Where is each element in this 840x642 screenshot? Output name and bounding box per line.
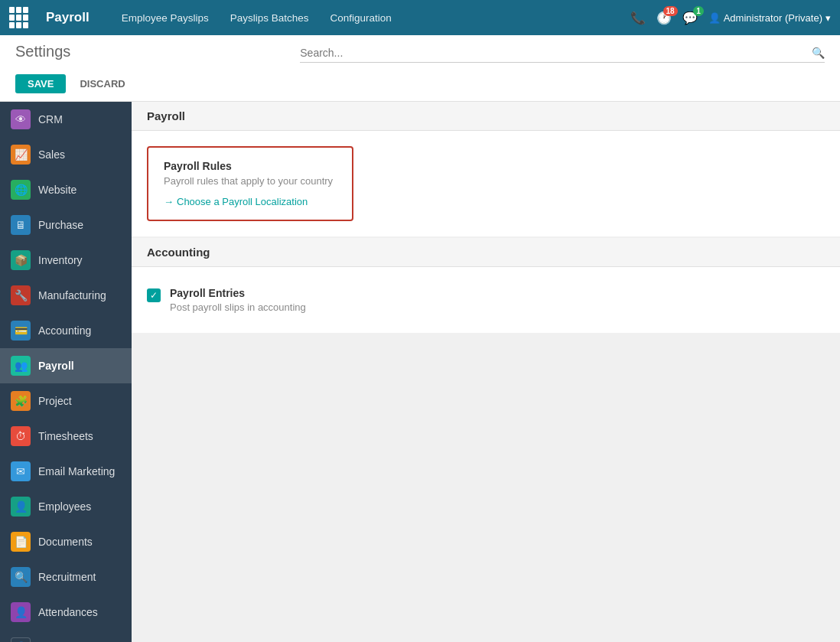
sidebar-item-attendances[interactable]: 👤 Attendances bbox=[0, 595, 132, 630]
crm-icon: 👁 bbox=[11, 109, 31, 129]
expenses-icon: 👤 bbox=[11, 637, 31, 642]
payroll-entries-row: ✓ Payroll Entries Post payroll slips in … bbox=[147, 282, 825, 318]
sidebar-item-label: Email Marketing bbox=[38, 465, 115, 477]
choose-localization-label: Choose a Payroll Localization bbox=[177, 196, 308, 207]
payroll-rules-title: Payroll Rules bbox=[164, 160, 337, 172]
employees-icon: 👤 bbox=[11, 497, 31, 517]
sidebar-item-label: Timesheets bbox=[38, 430, 93, 442]
user-dropdown-icon: ▾ bbox=[825, 12, 831, 24]
top-navigation: Payroll Employee Payslips Payslips Batch… bbox=[0, 0, 840, 35]
messages-icon[interactable]: 💬 1 bbox=[682, 11, 698, 25]
sidebar-item-label: Employees bbox=[38, 500, 91, 513]
sidebar-item-crm[interactable]: 👁 CRM bbox=[0, 102, 132, 137]
sidebar-item-label: Recruitment bbox=[38, 571, 96, 583]
payroll-entries-desc: Post payroll slips in accounting bbox=[170, 301, 306, 313]
sidebar-item-purchase[interactable]: 🖥 Purchase bbox=[0, 207, 132, 243]
discard-button[interactable]: DISCARD bbox=[72, 74, 132, 93]
timesheets-icon: ⏱ bbox=[11, 426, 31, 446]
accounting-section: Accounting ✓ Payroll Entries Post payrol… bbox=[132, 238, 840, 333]
payroll-section-body: Payroll Rules Payroll rules that apply t… bbox=[132, 131, 840, 236]
sidebar-item-label: Documents bbox=[38, 536, 93, 548]
sidebar-item-label: Accounting bbox=[38, 324, 91, 337]
sidebar-item-label: Payroll bbox=[38, 360, 74, 372]
sidebar-item-manufacturing[interactable]: 🔧 Manufacturing bbox=[0, 278, 132, 313]
phone-icon[interactable]: 📞 bbox=[630, 11, 646, 25]
choose-localization-link[interactable]: → Choose a Payroll Localization bbox=[164, 196, 337, 207]
sidebar-item-inventory[interactable]: 📦 Inventory bbox=[0, 243, 132, 278]
nav-employee-payslips[interactable]: Employee Payslips bbox=[112, 8, 218, 28]
title-search-row: Settings 🔍 bbox=[0, 35, 840, 67]
sidebar-item-website[interactable]: 🌐 Website bbox=[0, 172, 132, 207]
payroll-icon: 👥 bbox=[11, 356, 31, 376]
sidebar-item-label: CRM bbox=[38, 113, 63, 125]
sidebar-item-label: Sales bbox=[38, 148, 65, 161]
sidebar-item-label: Inventory bbox=[38, 254, 83, 266]
documents-icon: 📄 bbox=[11, 532, 31, 552]
sidebar-item-label: Purchase bbox=[38, 219, 83, 231]
page-title: Settings bbox=[15, 43, 70, 60]
sidebar-item-employees[interactable]: 👤 Employees bbox=[0, 489, 132, 524]
website-icon: 🌐 bbox=[11, 180, 31, 200]
apps-grid-button[interactable] bbox=[9, 7, 31, 28]
content-area: Payroll Payroll Rules Payroll rules that… bbox=[132, 102, 840, 642]
top-nav-right: 📞 🕐 18 💬 1 👤 Administrator (Private) ▾ bbox=[630, 11, 831, 25]
payroll-card: Payroll Rules Payroll rules that apply t… bbox=[147, 146, 353, 221]
search-icon[interactable]: 🔍 bbox=[812, 47, 825, 59]
sidebar-item-payroll[interactable]: 👥 Payroll bbox=[0, 348, 132, 383]
sidebar-item-timesheets[interactable]: ⏱ Timesheets bbox=[0, 419, 132, 454]
save-button[interactable]: SAVE bbox=[15, 74, 66, 93]
activity-badge: 18 bbox=[663, 6, 678, 16]
payroll-rules-desc: Payroll rules that apply to your country bbox=[164, 175, 337, 187]
email-marketing-icon: ✉ bbox=[11, 461, 31, 481]
inventory-icon: 📦 bbox=[11, 250, 31, 270]
sidebar: 👁 CRM 📈 Sales 🌐 Website 🖥 Purchase 📦 Inv… bbox=[0, 102, 132, 642]
sidebar-item-email-marketing[interactable]: ✉ Email Marketing bbox=[0, 454, 132, 489]
nav-payslips-batches[interactable]: Payslips Batches bbox=[221, 8, 318, 28]
user-menu[interactable]: 👤 Administrator (Private) ▾ bbox=[708, 12, 831, 24]
manufacturing-icon: 🔧 bbox=[11, 285, 31, 305]
accounting-section-body: ✓ Payroll Entries Post payroll slips in … bbox=[132, 267, 840, 333]
accounting-icon: 💳 bbox=[11, 321, 31, 341]
sidebar-item-project[interactable]: 🧩 Project bbox=[0, 383, 132, 419]
sidebar-item-recruitment[interactable]: 🔍 Recruitment bbox=[0, 559, 132, 595]
user-name: Administrator (Private) bbox=[724, 12, 822, 24]
project-icon: 🧩 bbox=[11, 391, 31, 411]
payroll-entries-title: Payroll Entries bbox=[170, 287, 306, 299]
payroll-entries-checkbox[interactable]: ✓ bbox=[147, 288, 161, 302]
sidebar-item-label: Project bbox=[38, 395, 72, 407]
search-input[interactable] bbox=[300, 47, 812, 59]
purchase-icon: 🖥 bbox=[11, 215, 31, 235]
payroll-entries-info: Payroll Entries Post payroll slips in ac… bbox=[170, 287, 306, 313]
sidebar-item-label: Website bbox=[38, 184, 77, 196]
attendances-icon: 👤 bbox=[11, 602, 31, 622]
payroll-section-header: Payroll bbox=[132, 102, 840, 131]
sidebar-item-label: Manufacturing bbox=[38, 289, 106, 301]
sales-icon: 📈 bbox=[11, 145, 31, 165]
accounting-section-header: Accounting bbox=[132, 238, 840, 267]
main-nav-menu: Employee Payslips Payslips Batches Confi… bbox=[112, 8, 615, 28]
messages-badge: 1 bbox=[693, 6, 704, 16]
recruitment-icon: 🔍 bbox=[11, 567, 31, 587]
app-brand-title: Payroll bbox=[46, 10, 90, 25]
sidebar-item-accounting[interactable]: 💳 Accounting bbox=[0, 313, 132, 348]
sidebar-item-sales[interactable]: 📈 Sales bbox=[0, 137, 132, 172]
nav-configuration[interactable]: Configuration bbox=[321, 8, 401, 28]
sidebar-item-label: Attendances bbox=[38, 606, 98, 618]
action-bar: SAVE DISCARD bbox=[0, 67, 840, 101]
activity-icon[interactable]: 🕐 18 bbox=[656, 11, 672, 25]
page-header: Settings 🔍 SAVE DISCARD bbox=[0, 35, 840, 102]
arrow-right-icon: → bbox=[164, 196, 174, 207]
main-layout: 👁 CRM 📈 Sales 🌐 Website 🖥 Purchase 📦 Inv… bbox=[0, 102, 840, 642]
sidebar-item-expenses[interactable]: 👤 Expenses bbox=[0, 630, 132, 642]
payroll-section: Payroll Payroll Rules Payroll rules that… bbox=[132, 102, 840, 236]
checkmark-icon: ✓ bbox=[150, 290, 158, 301]
sidebar-item-documents[interactable]: 📄 Documents bbox=[0, 524, 132, 559]
